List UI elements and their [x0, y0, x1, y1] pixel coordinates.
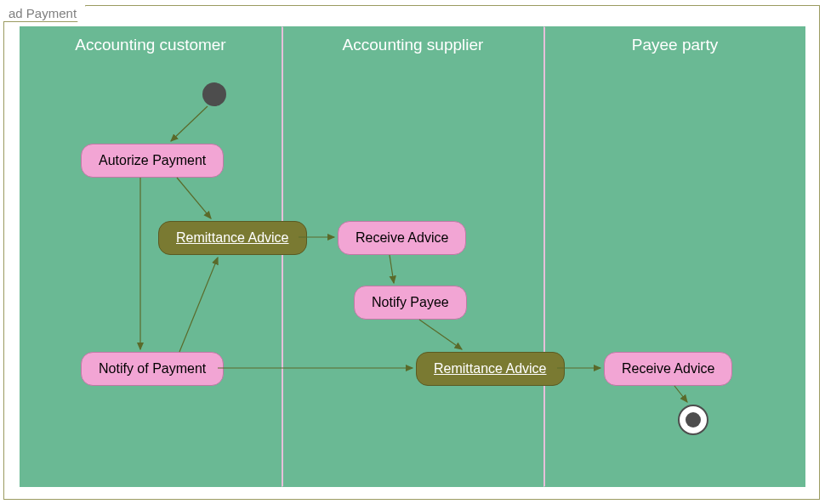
object-label: Remittance Advice [176, 230, 289, 246]
object-remittance-advice-2: Remittance Advice [416, 352, 565, 386]
activity-label: Notify Payee [372, 295, 449, 310]
activity-notify-of-payment: Notify of Payment [81, 352, 224, 386]
activity-receive-advice-1: Receive Advice [338, 221, 466, 255]
swimlane-container: Accounting customer Accounting supplier … [20, 26, 805, 487]
object-remittance-advice-1: Remittance Advice [158, 221, 307, 255]
lane-header-supplier: Accounting supplier [283, 27, 543, 68]
lane-header-customer: Accounting customer [20, 27, 281, 68]
initial-node-icon [202, 82, 226, 106]
frame-title: ad Payment [3, 5, 86, 22]
activity-label: Receive Advice [356, 230, 448, 246]
activity-label: Receive Advice [622, 361, 714, 377]
swimlane-accounting-customer: Accounting customer [20, 26, 282, 487]
activity-authorize-payment: Autorize Payment [81, 144, 224, 178]
final-node-icon [678, 405, 708, 435]
lane-header-payee: Payee party [545, 27, 805, 68]
activity-label: Notify of Payment [99, 361, 206, 377]
activity-notify-payee: Notify Payee [354, 286, 467, 320]
activity-label: Autorize Payment [99, 153, 206, 168]
swimlane-accounting-supplier: Accounting supplier [282, 26, 543, 487]
activity-receive-advice-2: Receive Advice [604, 352, 732, 386]
diagram-frame: ad Payment Accounting customer Accountin… [3, 5, 820, 500]
object-label: Remittance Advice [434, 361, 547, 377]
swimlane-payee-party: Payee party [543, 26, 805, 487]
